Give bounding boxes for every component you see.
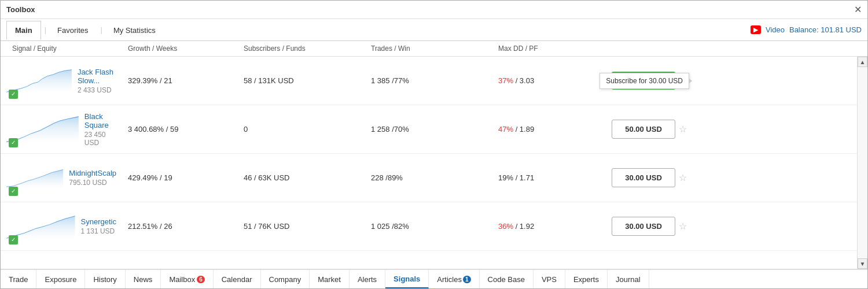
subscribe-btn-4[interactable]: 30.00 USD [612, 217, 675, 236]
tab-main[interactable]: Main [6, 21, 41, 40]
signal-cell-4: Synergetic 1 131 USD [75, 217, 122, 235]
bottom-tab-journal[interactable]: Journal [608, 270, 649, 288]
maxdd-red-2: 47% [498, 125, 513, 134]
chart-signal-cell-2: Black Square 23 450 USD [6, 109, 122, 150]
col-header-signal: Signal / Equity [6, 45, 122, 53]
scrollbar[interactable]: ▲ ▼ [857, 57, 867, 269]
bottom-tabs: Trade Exposure History News Mailbox6 Cal… [1, 269, 867, 288]
title-bar: Toolbox ✕ [1, 1, 867, 19]
growth-3: 429.49% / 19 [122, 173, 238, 182]
bottom-tab-experts[interactable]: Experts [565, 270, 608, 288]
growth-2: 3 400.68% / 59 [122, 125, 238, 134]
chart-cell-3 [6, 158, 63, 198]
close-button[interactable]: ✕ [854, 5, 862, 14]
col-header-growth: Growth / Weeks [122, 45, 238, 53]
maxdd-2: 47% / 1.89 [492, 125, 608, 134]
header-right: ▶ Video Balance: 101.81 USD [751, 25, 862, 34]
scroll-up-btn[interactable]: ▲ [858, 57, 867, 67]
signal-equity-1: 2 433 USD [78, 86, 116, 94]
check-icon-2 [9, 138, 18, 147]
action-cell-2: 50.00 USD ☆ [608, 120, 724, 139]
chart-cell-1 [6, 61, 72, 101]
articles-badge: 1 [463, 276, 471, 283]
subs-4: 51 / 76K USD [238, 222, 365, 231]
star-icon-4[interactable]: ☆ [679, 221, 687, 232]
signal-equity-3: 795.10 USD [69, 179, 116, 187]
maxdd-1: 37% / 3.03 [492, 76, 608, 85]
table-row: Jack Flash Slow... 2 433 USD 329.39% / 2… [1, 57, 857, 105]
bottom-tab-articles[interactable]: Articles1 [429, 270, 479, 288]
signal-name-4[interactable]: Synergetic [81, 217, 116, 226]
scroll-down-btn[interactable]: ▼ [858, 258, 867, 269]
trades-1: 1 385 /77% [365, 76, 492, 85]
maxdd-3: 19% / 1.71 [492, 173, 608, 182]
signal-cell-2: Black Square 23 450 USD [79, 112, 122, 147]
youtube-icon[interactable]: ▶ [751, 25, 761, 34]
main-window: Toolbox ✕ Main | Favorites | My Statisti… [0, 0, 868, 289]
mailbox-badge: 6 [197, 276, 205, 283]
signal-name-2[interactable]: Black Square [84, 112, 116, 129]
chart-signal-cell-4: Synergetic 1 131 USD [6, 206, 122, 247]
table-row: Synergetic 1 131 USD 212.51% / 26 51 / 7… [1, 202, 857, 251]
subs-1: 58 / 131K USD [238, 76, 365, 85]
bottom-tab-signals[interactable]: Signals [385, 270, 429, 288]
table-body: Jack Flash Slow... 2 433 USD 329.39% / 2… [1, 57, 857, 269]
check-icon-3 [9, 187, 18, 196]
maxdd-4: 36% / 1.92 [492, 222, 608, 231]
action-cell-3: 30.00 USD ☆ [608, 168, 724, 187]
signal-cell-3: MidnightScalp 795.10 USD [63, 169, 122, 187]
top-tabs-row: Main | Favorites | My Statistics ▶ Video… [1, 19, 867, 41]
star-icon-2[interactable]: ☆ [679, 124, 687, 135]
subscribe-btn-2[interactable]: 50.00 USD [612, 120, 675, 139]
tab-my-statistics[interactable]: My Statistics [105, 21, 164, 39]
table-header: Signal / Equity Growth / Weeks Subscribe… [1, 41, 867, 57]
bottom-tab-market[interactable]: Market [310, 270, 350, 288]
col-header-subscribers: Subscribers / Funds [238, 45, 365, 53]
bottom-tab-exposure[interactable]: Exposure [36, 270, 85, 288]
table-row: MidnightScalp 795.10 USD 429.49% / 19 46… [1, 154, 857, 202]
growth-4: 212.51% / 26 [122, 222, 238, 231]
scrollbar-placeholder [724, 45, 734, 53]
signal-equity-2: 23 450 USD [84, 131, 116, 147]
bottom-tab-news[interactable]: News [126, 270, 161, 288]
bottom-tab-alerts[interactable]: Alerts [350, 270, 385, 288]
chart-signal-cell: Jack Flash Slow... 2 433 USD [6, 61, 122, 101]
signal-name-3[interactable]: MidnightScalp [69, 169, 116, 177]
col-header-maxdd: Max DD / PF [492, 45, 608, 53]
trades-2: 1 258 /70% [365, 125, 492, 134]
signal-cell-1: Jack Flash Slow... 2 433 USD [72, 68, 122, 94]
table-area: Jack Flash Slow... 2 433 USD 329.39% / 2… [1, 57, 867, 269]
tab-favorites[interactable]: Favorites [49, 21, 97, 39]
table-row: Black Square 23 450 USD 3 400.68% / 59 0… [1, 105, 857, 154]
trades-4: 1 025 /82% [365, 222, 492, 231]
check-icon-4 [9, 235, 18, 244]
signal-equity-4: 1 131 USD [81, 227, 116, 235]
bottom-tab-company[interactable]: Company [261, 270, 310, 288]
growth-1: 329.39% / 21 [122, 76, 238, 85]
tab-separator: | [45, 25, 46, 34]
bottom-tab-mailbox[interactable]: Mailbox6 [161, 270, 213, 288]
subscribe-btn-3[interactable]: 30.00 USD [612, 168, 675, 187]
bottom-tab-history[interactable]: History [85, 270, 125, 288]
tooltip-1: Subscribe for 30.00 USD [599, 73, 689, 89]
bottom-tab-codebase[interactable]: Code Base [480, 270, 534, 288]
chart-cell-4 [6, 206, 75, 247]
window-title: Toolbox [6, 5, 35, 14]
signal-name-1[interactable]: Jack Flash Slow... [78, 68, 116, 85]
maxdd-red-1: 37% [498, 76, 513, 85]
action-cell-1: 30.00 USD Subscribe for 30.00 USD ☆ [608, 72, 724, 90]
action-cell-4: 30.00 USD ☆ [608, 217, 724, 236]
bottom-tab-trade[interactable]: Trade [1, 270, 36, 288]
video-link[interactable]: Video [766, 25, 785, 34]
maxdd-red-4: 36% [498, 222, 513, 231]
bottom-tab-calendar[interactable]: Calendar [214, 270, 261, 288]
balance-link[interactable]: Balance: 101.81 USD [789, 25, 862, 34]
subs-2: 0 [238, 125, 365, 134]
trades-3: 228 /89% [365, 173, 492, 182]
scroll-track [858, 67, 867, 258]
check-icon-1 [9, 90, 18, 99]
bottom-tab-vps[interactable]: VPS [534, 270, 565, 288]
chart-signal-cell-3: MidnightScalp 795.10 USD [6, 158, 122, 198]
col-header-trades: Trades / Win [365, 45, 492, 53]
star-icon-3[interactable]: ☆ [679, 172, 687, 183]
